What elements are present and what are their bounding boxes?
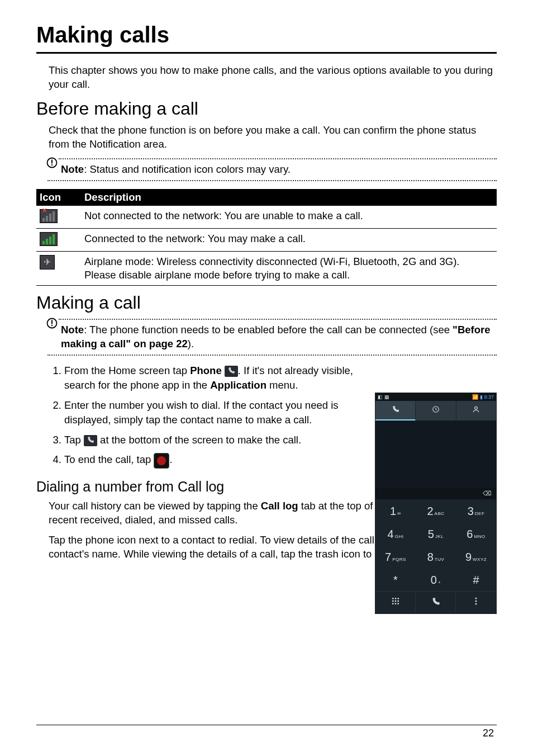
call-icon — [84, 435, 97, 446]
col-desc: Description — [81, 189, 497, 206]
svg-rect-5 — [51, 325, 53, 326]
status-right: 📶 ▮ 9:37 — [472, 394, 494, 400]
key-1[interactable]: 1∞ — [375, 499, 416, 522]
alert-icon — [46, 157, 58, 171]
svg-point-18 — [475, 601, 477, 602]
tab-contacts[interactable] — [456, 401, 496, 420]
signal-icon — [40, 232, 58, 246]
step-text: From the Home screen tap — [64, 365, 190, 376]
tab-recent[interactable] — [416, 401, 456, 420]
end-call-icon — [154, 453, 169, 469]
key-6[interactable]: 6MNO — [456, 522, 496, 545]
number-display — [375, 420, 496, 488]
backspace-icon[interactable]: ⌫ — [483, 490, 492, 497]
backspace-row: ⌫ — [375, 488, 496, 499]
note-text-1: : The phone function needs to be enabled… — [84, 324, 453, 336]
step-text: menu. — [266, 379, 298, 391]
note-label: Note — [61, 324, 84, 336]
svg-point-14 — [392, 603, 393, 604]
key-9[interactable]: 9WXYZ — [456, 545, 496, 568]
svg-point-12 — [394, 601, 396, 602]
svg-point-7 — [475, 407, 478, 409]
title-rule — [36, 52, 497, 54]
key-7[interactable]: 7PQRS — [375, 545, 416, 568]
dialer-tabs — [375, 401, 496, 420]
svg-rect-2 — [51, 164, 53, 166]
alert-icon — [46, 318, 58, 331]
making-heading: Making a call — [36, 292, 497, 313]
intro-paragraph: This chapter shows you how to make phone… — [49, 64, 497, 92]
key-5[interactable]: 5JKL — [416, 522, 456, 545]
footer-rule — [36, 725, 497, 725]
status-left: ◧ ▦ — [378, 394, 389, 400]
dotted-rule — [47, 180, 497, 181]
steps-list: From the Home screen tap Phone . If it's… — [52, 363, 365, 469]
svg-point-10 — [397, 598, 399, 599]
note-label: Note — [61, 163, 84, 175]
key-hash[interactable]: # — [456, 568, 496, 591]
status-bar: ◧ ▦ 📶 ▮ 9:37 — [375, 393, 496, 401]
dial-button[interactable] — [416, 592, 456, 613]
svg-point-11 — [392, 601, 393, 602]
step-text: at the bottom of the screen to make the … — [97, 434, 301, 446]
row-desc: Connected to the network: You may make a… — [81, 228, 497, 251]
note-text-2: ). — [188, 338, 194, 349]
before-body: Check that the phone function is on befo… — [49, 124, 497, 152]
keypad: 1∞ 2ABC 3DEF 4GHI 5JKL 6MNO 7PQRS 8TUV 9… — [375, 499, 496, 591]
svg-point-15 — [394, 603, 396, 604]
table-row: Connected to the network: You may make a… — [36, 228, 497, 251]
svg-point-19 — [475, 603, 477, 605]
svg-point-8 — [392, 598, 393, 599]
note-text: : Status and notification icon colors ma… — [84, 163, 291, 175]
phone-icon — [225, 366, 238, 377]
application-bold: Application — [210, 379, 266, 391]
svg-point-13 — [397, 601, 399, 602]
note-before: Note: Status and notification icon color… — [47, 158, 497, 181]
dialer-bottom-row — [375, 591, 496, 613]
key-0[interactable]: 0+ — [416, 568, 456, 591]
key-4[interactable]: 4GHI — [375, 522, 416, 545]
step-text: . — [169, 453, 172, 465]
dotted-rule — [47, 355, 497, 356]
step-2: Enter the number you wish to dial. If th… — [64, 398, 365, 427]
step-1: From the Home screen tap Phone . If it's… — [64, 363, 365, 393]
row-desc: Not connected to the network: You are un… — [81, 206, 497, 229]
key-8[interactable]: 8TUV — [416, 545, 456, 568]
table-row: ✕ Not connected to the network: You are … — [36, 206, 497, 229]
step-4: To end the call, tap . — [64, 452, 365, 468]
icon-table: Icon Description ✕ Not connected to the … — [36, 189, 497, 286]
row-desc: Airplane mode: Wireless connectivity dis… — [81, 251, 497, 285]
phone-screenshot: ◧ ▦ 📶 ▮ 9:37 ⌫ 1∞ 2ABC 3DEF 4GHI 5JKL 6M… — [375, 393, 497, 614]
before-heading: Before making a call — [36, 98, 497, 119]
page-number: 22 — [483, 727, 494, 739]
page-title: Making calls — [36, 22, 497, 48]
step-text: To end the call, tap — [64, 453, 154, 465]
svg-rect-4 — [51, 320, 53, 324]
p1-text: Your call history can be viewed by tappi… — [49, 500, 261, 512]
key-star[interactable]: * — [375, 568, 416, 591]
call-log-bold: Call log — [261, 500, 298, 512]
svg-point-16 — [397, 603, 399, 604]
svg-point-17 — [475, 598, 477, 599]
table-row: ✈ Airplane mode: Wireless connectivity d… — [36, 251, 497, 285]
col-icon: Icon — [36, 189, 81, 206]
note-making: Note: The phone function needs to be ena… — [47, 319, 497, 356]
step-3: Tap at the bottom of the screen to make … — [64, 433, 365, 447]
svg-point-9 — [394, 598, 396, 599]
menu-icon[interactable] — [456, 592, 496, 613]
phone-bold: Phone — [190, 365, 222, 376]
no-signal-icon: ✕ — [40, 209, 58, 223]
grid-icon[interactable] — [375, 592, 416, 613]
step-text: Tap — [64, 434, 84, 446]
key-2[interactable]: 2ABC — [416, 499, 456, 522]
tab-dialer[interactable] — [375, 401, 416, 420]
airplane-icon: ✈ — [40, 255, 55, 270]
key-3[interactable]: 3DEF — [456, 499, 496, 522]
svg-rect-1 — [51, 159, 53, 163]
